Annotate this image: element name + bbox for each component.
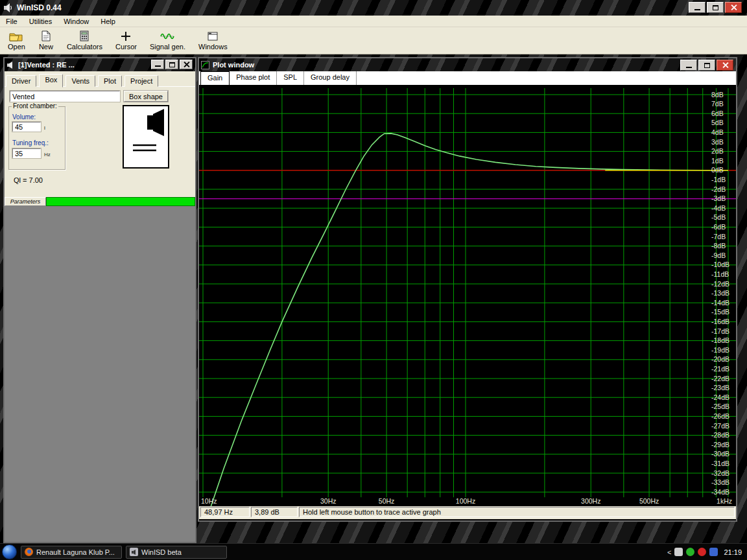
plot-close-button[interactable] — [717, 60, 733, 71]
maximize-icon — [704, 63, 710, 68]
tab-plot[interactable]: Plot — [98, 75, 122, 87]
tab-phase-plot[interactable]: Phase plot — [230, 71, 277, 85]
main-titlebar: WinISD 0.44 — [0, 0, 747, 16]
svg-text:2dB: 2dB — [711, 147, 724, 155]
svg-text:-3dB: -3dB — [711, 194, 726, 202]
taskbar-clock[interactable]: 21:19 — [724, 548, 742, 556]
svg-text:-2dB: -2dB — [711, 185, 726, 193]
tab-project[interactable]: Project — [124, 75, 158, 87]
signal-gen-button[interactable]: Signal gen. — [147, 29, 188, 51]
tab-spl[interactable]: SPL — [277, 71, 304, 85]
tab-driver[interactable]: Driver — [6, 75, 36, 87]
parameters-splitter: Parameters — [5, 197, 195, 206]
winisd-speaker-icon — [130, 548, 138, 556]
plot-statusbar: 48,97 Hz 3,89 dB Hold left mouse button … — [199, 506, 736, 519]
cursor-button[interactable]: Cursor — [113, 29, 139, 51]
blue-status-icon[interactable] — [709, 548, 718, 556]
maximize-button[interactable] — [707, 2, 724, 13]
taskbar-item-winisd[interactable]: WinISD beta — [126, 546, 227, 559]
signal-gen-label: Signal gen. — [150, 43, 185, 51]
plot-window-titlebar[interactable]: Plot window — [199, 58, 736, 71]
volume-input[interactable] — [12, 122, 41, 132]
svg-text:-21dB: -21dB — [711, 365, 729, 373]
vented-window-titlebar[interactable]: [1]Vented : RE ... — [5, 58, 195, 71]
plot-window-controls — [680, 60, 733, 71]
menu-utilities[interactable]: Utilities — [23, 16, 58, 27]
parameters-empty-panel — [5, 206, 195, 542]
plot-maximize-button[interactable] — [698, 60, 715, 71]
parameters-button[interactable]: Parameters — [5, 197, 46, 206]
svg-text:-16dB: -16dB — [711, 318, 729, 325]
svg-text:-5dB: -5dB — [711, 213, 726, 221]
vented-maximize-button[interactable] — [165, 60, 178, 69]
vented-box-cross-section — [124, 106, 168, 167]
tab-gain[interactable]: Gain — [200, 71, 230, 85]
svg-text:-9dB: -9dB — [711, 251, 726, 259]
svg-text:6dB: 6dB — [711, 110, 724, 117]
svg-text:8dB: 8dB — [711, 91, 724, 99]
svg-text:-22dB: -22dB — [711, 375, 729, 382]
close-icon — [184, 62, 189, 67]
windows-cascade-icon — [205, 29, 220, 43]
status-hint: Hold left mouse button to trace active g… — [299, 507, 735, 517]
close-icon — [731, 5, 737, 10]
svg-text:-28dB: -28dB — [711, 431, 729, 439]
plot-minimize-button[interactable] — [680, 60, 697, 71]
vented-window-controls — [151, 60, 193, 69]
menu-help[interactable]: Help — [95, 16, 121, 27]
svg-text:-19dB: -19dB — [711, 346, 729, 354]
vented-box-window: [1]Vented : RE ... Driver Box Vents Plot… — [3, 57, 196, 543]
calculators-button[interactable]: Calculators — [64, 29, 105, 51]
plot-window: Plot window Gain Phase plot SPL Group de… — [198, 57, 737, 522]
tuning-freq-unit: Hz — [44, 152, 51, 158]
taskbar-item-browser[interactable]: Renault Laguna Klub P... — [21, 546, 122, 559]
tray-expand-chevron[interactable]: < — [667, 548, 671, 556]
red-status-icon[interactable] — [698, 548, 706, 556]
parameters-progress-bar — [46, 197, 195, 206]
tab-group-delay[interactable]: Group delay — [304, 71, 357, 85]
calculators-label: Calculators — [67, 43, 102, 51]
system-tray: < 21:19 — [667, 548, 747, 556]
folder-open-icon — [8, 29, 24, 43]
open-button[interactable]: Open — [5, 29, 28, 51]
tab-vents[interactable]: Vents — [65, 75, 95, 87]
menu-window[interactable]: Window — [58, 16, 95, 27]
tab-box[interactable]: Box — [39, 74, 63, 88]
signal-generator-sine-icon — [160, 29, 175, 43]
volume-icon[interactable] — [674, 548, 683, 556]
taskbar: Renault Laguna Klub P... WinISD beta < 2… — [0, 543, 747, 560]
tuning-freq-input[interactable] — [12, 148, 41, 158]
svg-text:-23dB: -23dB — [711, 384, 729, 391]
green-status-icon[interactable] — [686, 548, 694, 556]
box-name-input[interactable] — [10, 91, 120, 102]
cursor-frequency-readout: 48,97 Hz — [200, 507, 250, 517]
menu-file[interactable]: File — [0, 16, 23, 27]
svg-text:4dB: 4dB — [711, 128, 724, 136]
close-button[interactable] — [725, 2, 742, 13]
plot-window-title: Plot window — [213, 61, 254, 69]
svg-text:10Hz: 10Hz — [201, 497, 217, 505]
new-button[interactable]: New — [36, 29, 56, 51]
svg-text:-30dB: -30dB — [711, 450, 729, 458]
svg-text:3dB: 3dB — [711, 138, 724, 146]
svg-text:-20dB: -20dB — [711, 355, 729, 363]
minimize-button[interactable] — [689, 2, 706, 13]
svg-text:-34dB: -34dB — [711, 488, 729, 496]
minimize-icon — [155, 65, 161, 67]
gain-plot[interactable]: 8dB7dB6dB5dB4dB3dB2dB1dB0dB-1dB-2dB-3dB-… — [199, 86, 736, 506]
windows-button[interactable]: Windows — [196, 29, 230, 51]
vented-minimize-button[interactable] — [151, 60, 164, 69]
svg-text:-8dB: -8dB — [711, 242, 726, 250]
vented-close-button[interactable] — [180, 60, 193, 69]
volume-label: Volume: — [12, 113, 36, 121]
svg-text:-11dB: -11dB — [711, 270, 729, 278]
box-shape-button[interactable]: Box shape — [124, 91, 168, 102]
svg-text:50Hz: 50Hz — [379, 497, 395, 505]
plot-window-icon — [201, 61, 209, 69]
svg-text:100Hz: 100Hz — [456, 497, 475, 505]
new-label: New — [39, 43, 53, 51]
cursor-crosshair-icon — [118, 29, 134, 43]
svg-text:-26dB: -26dB — [711, 412, 729, 420]
svg-text:-13dB: -13dB — [711, 289, 729, 297]
start-button[interactable] — [2, 544, 17, 559]
